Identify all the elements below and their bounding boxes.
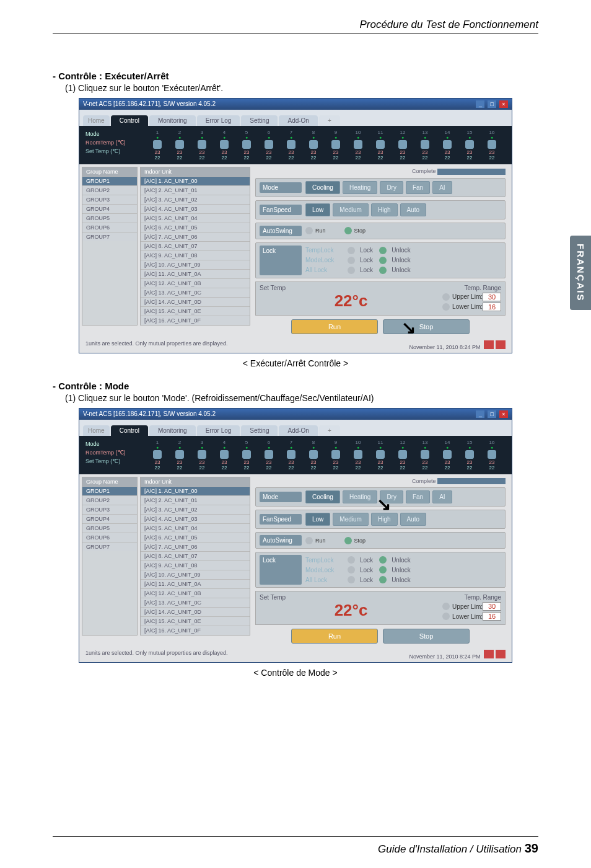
stop-button[interactable]: Stop [383, 629, 470, 644]
unit-row[interactable]: [A/C] 14. AC_UNIT_0D [141, 607, 250, 616]
unit-row[interactable]: [A/C] 15. AC_UNIT_0E [141, 616, 250, 626]
unit-row[interactable]: [A/C] 7. AC_UNIT_06 [141, 232, 250, 241]
mode-option[interactable]: Cooling [305, 490, 340, 503]
stop-radio[interactable] [344, 227, 352, 234]
group-row[interactable]: GROUP5 [82, 213, 137, 223]
group-row[interactable]: GROUP6 [82, 223, 137, 232]
upper-step-icon[interactable] [442, 293, 450, 301]
unit-row[interactable]: [A/C] 8. AC_UNIT_07 [141, 241, 250, 250]
close-button[interactable]: × [499, 100, 508, 108]
group-row[interactable]: GROUP4 [82, 514, 137, 523]
stop-button[interactable]: Stop [383, 319, 470, 334]
unit-row[interactable]: [A/C] 11. AC_UNIT_0A [141, 269, 250, 278]
group-row[interactable]: GROUP2 [82, 185, 137, 195]
unit-row[interactable]: [A/C] 16. AC_UNIT_0F [141, 316, 250, 325]
tab-add[interactable]: + [319, 425, 340, 436]
minimize-button[interactable]: _ [476, 100, 484, 108]
lower-limit-input[interactable] [483, 612, 501, 621]
tab-errorlog[interactable]: Error Log [197, 115, 240, 126]
fanspeed-option[interactable]: High [371, 203, 398, 216]
fanspeed-option[interactable]: High [371, 513, 398, 526]
fanspeed-option[interactable]: Low [305, 203, 330, 216]
mode-option[interactable]: AI [432, 181, 452, 194]
unit-row[interactable]: [A/C] 15. AC_UNIT_0E [141, 306, 250, 316]
fanspeed-option[interactable]: Auto [400, 513, 427, 526]
tab-setting[interactable]: Setting [241, 115, 278, 126]
tab-addon[interactable]: Add-On [279, 425, 317, 436]
unit-row[interactable]: [A/C] 6. AC_UNIT_05 [141, 223, 250, 232]
mode-option[interactable]: Heating [343, 181, 377, 194]
tab-errorlog[interactable]: Error Log [197, 425, 240, 436]
unit-row[interactable]: [A/C] 11. AC_UNIT_0A [141, 579, 250, 588]
unit-row[interactable]: [A/C] 2. AC_UNIT_01 [141, 495, 250, 505]
lower-step-icon[interactable] [442, 613, 450, 620]
maximize-button[interactable]: □ [488, 410, 496, 418]
run-button[interactable]: Run [291, 319, 378, 334]
unit-row[interactable]: [A/C] 3. AC_UNIT_02 [141, 505, 250, 514]
unit-row[interactable]: [A/C] 9. AC_UNIT_08 [141, 560, 250, 570]
language-side-tab: FRANÇAIS [570, 236, 591, 310]
tab-setting[interactable]: Setting [241, 425, 278, 436]
unit-row[interactable]: [A/C] 13. AC_UNIT_0C [141, 598, 250, 607]
tab-monitoring[interactable]: Monitoring [149, 425, 196, 436]
unit-row[interactable]: [A/C] 14. AC_UNIT_0D [141, 297, 250, 306]
close-button[interactable]: × [499, 410, 508, 418]
unit-row[interactable]: [A/C] 10. AC_UNIT_09 [141, 260, 250, 269]
fanspeed-option[interactable]: Auto [400, 203, 427, 216]
minimize-button[interactable]: _ [476, 410, 484, 418]
mode-option[interactable]: Fan [406, 181, 430, 194]
unit-row[interactable]: [A/C] 7. AC_UNIT_06 [141, 542, 250, 551]
lower-step-icon[interactable] [442, 303, 450, 311]
mode-option[interactable]: Dry [380, 181, 403, 194]
group-row[interactable]: GROUP7 [82, 542, 137, 551]
group-row[interactable]: GROUP7 [82, 232, 137, 241]
unit-row[interactable]: [A/C] 13. AC_UNIT_0C [141, 288, 250, 297]
unit-row[interactable]: [A/C] 12. AC_UNIT_0B [141, 278, 250, 288]
unit-row[interactable]: [A/C] 8. AC_UNIT_07 [141, 551, 250, 560]
upper-step-icon[interactable] [442, 603, 450, 610]
unit-row[interactable]: [A/C] 5. AC_UNIT_04 [141, 523, 250, 533]
run-radio[interactable] [305, 227, 313, 234]
unit-row[interactable]: [A/C] 2. AC_UNIT_01 [141, 185, 250, 195]
unit-row[interactable]: [A/C] 9. AC_UNIT_08 [141, 250, 250, 260]
tab-control[interactable]: Control [111, 425, 148, 436]
tab-home[interactable]: Home [83, 115, 110, 126]
unit-row[interactable]: [A/C] 16. AC_UNIT_0F [141, 626, 250, 635]
group-row[interactable]: GROUP1 [82, 486, 137, 495]
fanspeed-option[interactable]: Low [305, 513, 330, 526]
tab-home[interactable]: Home [83, 425, 110, 436]
unit-row[interactable]: [A/C] 12. AC_UNIT_0B [141, 588, 250, 598]
group-row[interactable]: GROUP5 [82, 523, 137, 533]
tab-add[interactable]: + [319, 115, 340, 126]
unit-row[interactable]: [A/C] 10. AC_UNIT_09 [141, 570, 250, 579]
maximize-button[interactable]: □ [488, 100, 496, 108]
mode-option[interactable]: Heating [343, 490, 377, 503]
unit-row[interactable]: [A/C] 3. AC_UNIT_02 [141, 195, 250, 204]
mode-option[interactable]: Cooling [305, 181, 340, 194]
fanspeed-option[interactable]: Medium [333, 203, 369, 216]
unit-row[interactable]: [A/C] 1. AC_UNIT_00 [141, 176, 250, 185]
tab-control[interactable]: Control [111, 115, 148, 126]
mode-option[interactable]: Fan [406, 490, 430, 503]
unit-row[interactable]: [A/C] 4. AC_UNIT_03 [141, 204, 250, 213]
group-row[interactable]: GROUP6 [82, 533, 137, 542]
upper-limit-input[interactable] [483, 602, 501, 611]
run-button[interactable]: Run [291, 629, 378, 644]
tab-monitoring[interactable]: Monitoring [149, 115, 196, 126]
group-row[interactable]: GROUP4 [82, 204, 137, 213]
unit-row[interactable]: [A/C] 4. AC_UNIT_03 [141, 514, 250, 523]
unit-row[interactable]: [A/C] 6. AC_UNIT_05 [141, 533, 250, 542]
lower-limit-input[interactable] [483, 303, 501, 311]
mode-option[interactable]: AI [432, 490, 452, 503]
stop-radio[interactable] [344, 537, 352, 544]
run-radio[interactable] [305, 537, 313, 544]
group-row[interactable]: GROUP2 [82, 495, 137, 505]
group-row[interactable]: GROUP3 [82, 505, 137, 514]
unit-row[interactable]: [A/C] 1. AC_UNIT_00 [141, 486, 250, 495]
group-row[interactable]: GROUP3 [82, 195, 137, 204]
tab-addon[interactable]: Add-On [279, 115, 317, 126]
group-row[interactable]: GROUP1 [82, 176, 137, 185]
upper-limit-input[interactable] [483, 293, 501, 301]
unit-row[interactable]: [A/C] 5. AC_UNIT_04 [141, 213, 250, 223]
fanspeed-option[interactable]: Medium [333, 513, 369, 526]
